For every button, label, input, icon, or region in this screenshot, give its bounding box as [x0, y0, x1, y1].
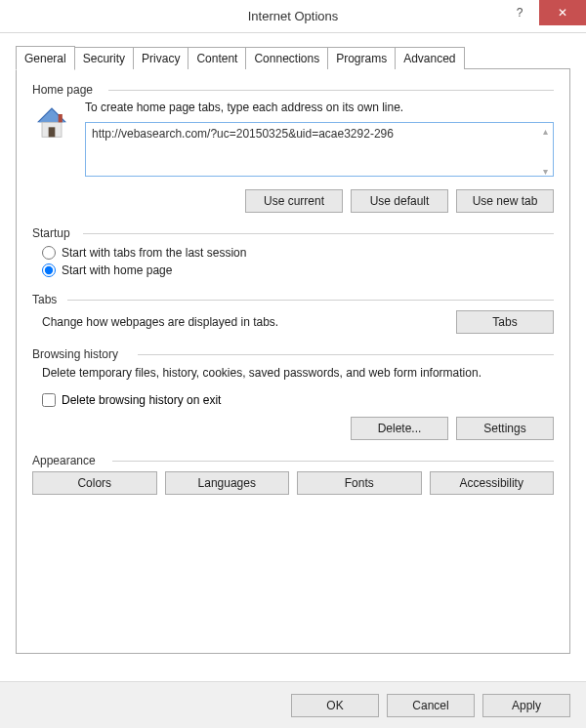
divider: [83, 233, 554, 234]
tab-strip: General Security Privacy Content Connect…: [16, 47, 570, 69]
use-new-tab-button[interactable]: Use new tab: [456, 189, 554, 213]
startup-group: Startup Start with tabs from the last se…: [32, 226, 554, 279]
scroll-down-icon[interactable]: ▾: [539, 165, 551, 177]
homepage-instruction: To create home page tabs, type each addr…: [85, 101, 554, 114]
dialog-button-bar: OK Cancel Apply: [0, 681, 586, 728]
appearance-label: Appearance: [32, 454, 96, 467]
help-icon: ?: [517, 6, 523, 20]
cancel-button[interactable]: Cancel: [387, 694, 475, 717]
startup-homepage-radio[interactable]: [42, 263, 56, 277]
titlebar: Internet Options ? ✕: [0, 0, 586, 33]
history-description: Delete temporary files, history, cookies…: [32, 365, 554, 393]
home-icon: [32, 104, 71, 143]
fonts-button[interactable]: Fonts: [297, 471, 422, 495]
window-title: Internet Options: [248, 9, 339, 23]
tab-advanced[interactable]: Advanced: [395, 47, 464, 69]
svg-rect-3: [49, 127, 56, 137]
tab-content[interactable]: Content: [188, 47, 246, 69]
close-button[interactable]: ✕: [539, 0, 586, 25]
scroll-up-icon[interactable]: ▴: [539, 125, 551, 137]
use-default-button[interactable]: Use default: [351, 189, 448, 213]
startup-last-session-radio[interactable]: [42, 246, 56, 260]
delete-history-button[interactable]: Delete...: [351, 417, 448, 440]
startup-last-session-label: Start with tabs from the last session: [62, 246, 246, 260]
delete-on-exit-label: Delete browsing history on exit: [62, 393, 221, 407]
svg-rect-4: [59, 114, 63, 122]
tab-privacy[interactable]: Privacy: [133, 47, 188, 69]
languages-button[interactable]: Languages: [165, 471, 290, 495]
apply-button[interactable]: Apply: [482, 694, 570, 717]
startup-homepage-label: Start with home page: [62, 263, 172, 277]
ok-button[interactable]: OK: [291, 694, 379, 717]
accessibility-button[interactable]: Accessibility: [430, 471, 555, 495]
tab-general[interactable]: General: [16, 46, 75, 70]
startup-label: Startup: [32, 226, 70, 240]
divider: [67, 300, 554, 301]
tabs-button[interactable]: Tabs: [456, 310, 554, 334]
tab-security[interactable]: Security: [74, 47, 134, 69]
close-icon: ✕: [558, 6, 567, 20]
history-label: Browsing history: [32, 347, 118, 361]
homepage-group: Home page To create home page tabs, type…: [32, 83, 554, 213]
divider: [108, 90, 554, 91]
help-button[interactable]: ?: [500, 0, 539, 25]
tabs-group: Tabs Change how webpages are displayed i…: [32, 293, 554, 334]
delete-on-exit-checkbox[interactable]: [42, 393, 56, 407]
homepage-url-input[interactable]: [85, 122, 554, 177]
use-current-button[interactable]: Use current: [245, 189, 343, 213]
divider: [138, 354, 554, 355]
appearance-group: Appearance Colors Languages Fonts Access…: [32, 454, 554, 495]
history-settings-button[interactable]: Settings: [456, 417, 554, 440]
homepage-label: Home page: [32, 83, 93, 97]
tab-connections[interactable]: Connections: [245, 47, 328, 69]
colors-button[interactable]: Colors: [32, 471, 157, 495]
tabs-group-label: Tabs: [32, 293, 57, 306]
divider: [112, 461, 554, 462]
tab-programs[interactable]: Programs: [327, 47, 396, 69]
history-group: Browsing history Delete temporary files,…: [32, 347, 554, 440]
general-panel: Home page To create home page tabs, type…: [16, 68, 570, 654]
tabs-description: Change how webpages are displayed in tab…: [42, 315, 278, 329]
